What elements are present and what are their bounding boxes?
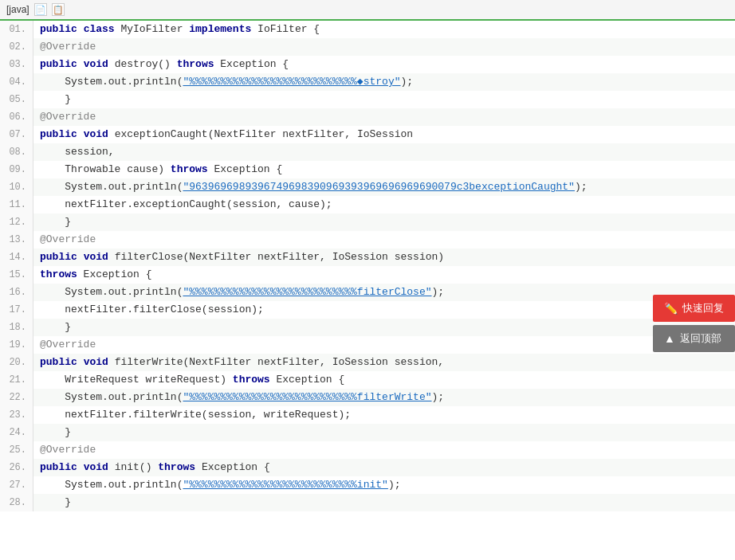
code-token <box>77 251 84 263</box>
code-line: @Override <box>33 336 735 354</box>
line-number: 09. <box>0 161 33 178</box>
code-token: System.out.println( <box>40 286 183 298</box>
code-line: System.out.println("96396969893967496983… <box>33 178 735 196</box>
line-number: 22. <box>0 389 33 406</box>
code-line: System.out.println("%%%%%%%%%%%%%%%%%%%%… <box>33 389 735 406</box>
code-line: @Override <box>33 231 735 249</box>
line-number: 08. <box>0 143 33 161</box>
code-token: exceptionCaught(NextFilter nextFilter, I… <box>108 128 413 140</box>
line-number: 17. <box>0 301 33 319</box>
code-token: Exception { <box>214 58 289 70</box>
line-number: 28. <box>0 494 33 511</box>
code-token: System.out.println( <box>40 479 183 491</box>
arrow-up-icon: ▲ <box>664 332 675 345</box>
line-number: 23. <box>0 406 33 424</box>
code-token: MyIoFilter <box>115 23 190 35</box>
code-line: WriteRequest writeRequest) throws Except… <box>33 371 735 389</box>
line-number: 24. <box>0 424 33 441</box>
line-number: 13. <box>0 231 33 249</box>
line-number: 05. <box>0 91 33 108</box>
line-number: 14. <box>0 249 33 266</box>
quick-reply-button[interactable]: ✏️ 快速回复 <box>653 295 735 322</box>
back-top-label: 返回顶部 <box>680 331 721 346</box>
tab-icon-file[interactable]: 📄 <box>34 3 47 16</box>
code-line: @Override <box>33 108 735 126</box>
code-token: WriteRequest writeRequest) <box>40 374 233 386</box>
code-token: Throwable cause) <box>40 163 171 175</box>
code-token: init() <box>108 461 158 473</box>
code-token: destroy() <box>108 58 177 70</box>
code-token: System.out.println( <box>40 181 183 193</box>
line-number: 19. <box>0 336 33 354</box>
edit-icon: ✏️ <box>664 302 678 315</box>
code-line: throws Exception { <box>33 266 735 284</box>
line-number: 15. <box>0 266 33 284</box>
keyword-token: throws <box>177 58 214 70</box>
string-token: "%%%%%%%%%%%%%%%%%%%%%%%%%%%filterWrite" <box>183 391 431 403</box>
keyword-token: void <box>84 461 108 473</box>
line-number: 21. <box>0 371 33 389</box>
line-number: 03. <box>0 56 33 73</box>
code-line: @Override <box>33 38 735 56</box>
code-line: public void init() throws Exception { <box>33 459 735 476</box>
code-token: Exception { <box>270 374 345 386</box>
line-number: 20. <box>0 354 33 371</box>
back-top-button[interactable]: ▲ 返回顶部 <box>653 325 735 352</box>
code-token: } <box>40 321 71 333</box>
code-token: nextFilter.filterClose(session); <box>40 303 264 315</box>
floating-buttons: ✏️ 快速回复 ▲ 返回顶部 <box>653 295 735 352</box>
keyword-token: throws <box>233 374 270 386</box>
code-line: } <box>33 319 735 336</box>
code-token: Exception { <box>195 461 270 473</box>
code-token: nextFilter.exceptionCaught(session, caus… <box>40 198 332 210</box>
code-line: System.out.println("%%%%%%%%%%%%%%%%%%%%… <box>33 284 735 301</box>
string-token: "%%%%%%%%%%%%%%%%%%%%%%%%%%%init" <box>183 479 387 491</box>
line-number: 04. <box>0 73 33 91</box>
code-token: filterClose(NextFilter nextFilter, IoSes… <box>108 251 444 263</box>
code-token: Exception { <box>208 163 283 175</box>
line-number: 25. <box>0 441 33 459</box>
code-line: } <box>33 91 735 108</box>
code-line: public void filterClose(NextFilter nextF… <box>33 249 735 266</box>
code-line: public void exceptionCaught(NextFilter n… <box>33 126 735 143</box>
code-container: [java] 📄 📋 01.02.03.04.05.06.07.08.09.10… <box>0 0 735 560</box>
code-token: ); <box>388 479 401 491</box>
keyword-token: throws <box>171 163 208 175</box>
keyword-token: class <box>84 23 115 35</box>
keyword-token: throws <box>40 268 77 280</box>
annotation-token: @Override <box>40 233 96 245</box>
annotation-token: @Override <box>40 444 96 456</box>
keyword-token: public <box>40 128 77 140</box>
annotation-token: @Override <box>40 41 96 53</box>
annotation-token: @Override <box>40 339 96 350</box>
line-number: 07. <box>0 126 33 143</box>
line-number: 12. <box>0 213 33 231</box>
code-token: ); <box>575 181 588 193</box>
code-token: filterWrite(NextFilter nextFilter, IoSes… <box>108 356 444 368</box>
code-token: ); <box>432 286 445 298</box>
keyword-token: throws <box>158 461 195 473</box>
code-token: } <box>40 93 71 105</box>
keyword-token: void <box>84 58 108 70</box>
code-token: Exception { <box>77 268 152 280</box>
string-token: "%%%%%%%%%%%%%%%%%%%%%%%%%%%filterClose" <box>183 286 431 298</box>
code-line: nextFilter.filterWrite(session, writeReq… <box>33 406 735 424</box>
keyword-token: public <box>40 23 77 35</box>
code-line: } <box>33 494 735 511</box>
line-number: 26. <box>0 459 33 476</box>
code-token: System.out.println( <box>40 76 183 88</box>
code-line: public void destroy() throws Exception { <box>33 56 735 73</box>
code-token: ); <box>401 76 414 88</box>
code-line: Throwable cause) throws Exception { <box>33 161 735 178</box>
annotation-token: @Override <box>40 111 96 123</box>
code-token: } <box>40 216 71 228</box>
code-token <box>77 356 84 368</box>
line-number: 27. <box>0 476 33 494</box>
string-token: "963969698939674969839096939396969696969… <box>183 181 574 193</box>
code-line: } <box>33 213 735 231</box>
code-token <box>77 23 84 35</box>
line-numbers: 01.02.03.04.05.06.07.08.09.10.11.12.13.1… <box>0 21 33 511</box>
keyword-token: void <box>84 356 108 368</box>
tab-icon-copy[interactable]: 📋 <box>52 3 65 16</box>
keyword-token: public <box>40 58 77 70</box>
